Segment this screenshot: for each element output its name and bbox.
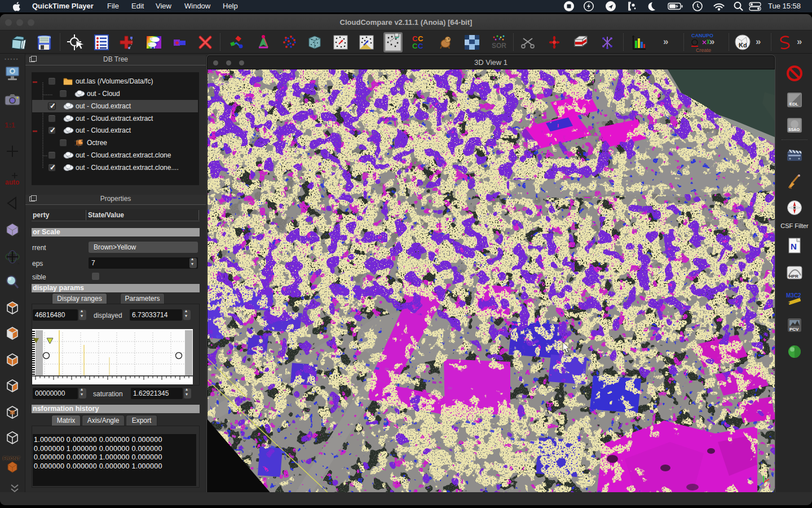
svg-text:Kd: Kd <box>739 42 747 49</box>
svg-text:PCV: PCV <box>789 327 799 332</box>
svg-text:C: C <box>418 42 423 50</box>
svg-text:CANUPO: CANUPO <box>691 33 713 38</box>
svg-text:EDL: EDL <box>789 102 798 107</box>
svg-text:SOR: SOR <box>492 42 506 50</box>
svg-text:M3C2: M3C2 <box>786 292 801 299</box>
svg-text:HPR: HPR <box>789 274 798 279</box>
svg-text:Create: Create <box>696 47 711 53</box>
svg-text:C: C <box>412 42 418 50</box>
svg-text:N: N <box>791 242 797 251</box>
svg-text:SSAO: SSAO <box>788 128 800 132</box>
